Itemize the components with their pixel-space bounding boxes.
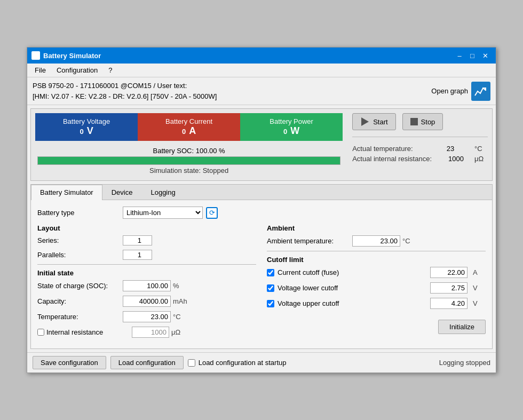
- app-icon: [31, 51, 40, 60]
- capacity-label: Capacity:: [37, 297, 123, 305]
- device-info: PSB 9750-20 - 1711060001 @COM15 / User t…: [33, 81, 217, 101]
- open-graph-label: Open graph: [431, 87, 468, 95]
- series-input[interactable]: [123, 235, 152, 245]
- voltage-upper-checkbox[interactable]: [267, 300, 274, 307]
- parallels-input[interactable]: [123, 250, 152, 260]
- open-graph-button[interactable]: Open graph: [431, 82, 490, 101]
- left-column: Layout Series: Parallels: Initial state …: [37, 224, 256, 342]
- title-bar: Battery Simulator – □ ✕: [27, 47, 496, 64]
- voltage-lower-cutoff-row: Voltage lower cutoff V: [267, 282, 486, 294]
- tab-logging[interactable]: Logging: [141, 185, 184, 200]
- voltage-upper-input[interactable]: [430, 298, 467, 309]
- internal-resistance-input[interactable]: [132, 327, 169, 338]
- stop-button[interactable]: Stop: [402, 113, 443, 130]
- internal-resistance-unit: μΩ: [171, 328, 184, 336]
- voltage-lower-checkbox[interactable]: [267, 284, 274, 292]
- current-cutoff-unit: A: [473, 268, 486, 276]
- metrics-area: Battery Voltage 0 V Battery Current 0 A: [35, 113, 343, 176]
- soc-row-form: State of charge (SOC): %: [37, 280, 256, 291]
- main-two-col: Layout Series: Parallels: Initial state …: [37, 224, 486, 342]
- stop-label: Stop: [421, 118, 435, 126]
- current-cutoff-checkbox[interactable]: [267, 269, 274, 276]
- window-title: Battery Simulator: [43, 52, 453, 60]
- series-row: Series:: [37, 235, 256, 245]
- info-bar: PSB 9750-20 - 1711060001 @COM15 / User t…: [27, 77, 496, 105]
- temperature-input[interactable]: [123, 311, 171, 322]
- load-at-startup-label: Load configuration at startup: [188, 359, 287, 367]
- soc-form-label: State of charge (SOC):: [37, 282, 123, 290]
- cutoff-section-title: Cutoff limit: [267, 256, 486, 264]
- resistance-stat-label: Actual internal resistance:: [352, 155, 432, 163]
- play-icon: [360, 117, 370, 126]
- initial-state-section-title: Initial state: [37, 269, 256, 277]
- capacity-input[interactable]: [123, 296, 171, 307]
- tabs-header: Battery Simulator Device Logging: [31, 185, 492, 200]
- content-area: Battery Voltage 0 V Battery Current 0 A: [30, 108, 493, 181]
- current-label: Battery Current: [165, 117, 212, 125]
- menu-file[interactable]: File: [29, 65, 51, 76]
- menu-configuration[interactable]: Configuration: [51, 65, 103, 76]
- load-config-button[interactable]: Load configuration: [110, 356, 184, 369]
- voltage-upper-unit: V: [473, 299, 486, 307]
- initialize-button[interactable]: Initialize: [438, 320, 486, 334]
- tab-battery-simulator[interactable]: Battery Simulator: [31, 185, 102, 200]
- menu-bar: File Configuration ?: [27, 64, 496, 77]
- ambient-temperature-row: Ambient temperature: °C: [267, 235, 486, 247]
- voltage-upper-label: Voltage upper cutoff: [278, 299, 427, 307]
- close-button[interactable]: ✕: [479, 49, 492, 62]
- tab-device[interactable]: Device: [102, 185, 142, 200]
- temperature-form-label: Temperature:: [37, 313, 123, 321]
- metrics-row: Battery Voltage 0 V Battery Current 0 A: [35, 113, 343, 141]
- temperature-stat-unit: °C: [474, 145, 488, 153]
- voltage-unit: V: [87, 125, 93, 137]
- resistance-stat-row: Actual internal resistance: 1000 μΩ: [352, 154, 488, 164]
- minimize-button[interactable]: –: [453, 49, 466, 62]
- soc-unit: %: [173, 282, 186, 290]
- top-section: Battery Voltage 0 V Battery Current 0 A: [35, 113, 488, 176]
- internal-resistance-checkbox[interactable]: [37, 329, 44, 336]
- bottom-bar: Save configuration Load configuration Lo…: [27, 352, 496, 373]
- temperature-stat-row: Actual temperature: 23 °C: [352, 144, 488, 154]
- voltage-lower-input[interactable]: [430, 282, 467, 294]
- internal-resistance-row: Internal resistance μΩ: [37, 327, 256, 338]
- maximize-button[interactable]: □: [466, 49, 479, 62]
- menu-help[interactable]: ?: [103, 65, 117, 76]
- start-button[interactable]: Start: [352, 113, 395, 130]
- current-unit: A: [189, 125, 196, 137]
- parallels-row: Parallels:: [37, 250, 256, 260]
- soc-text: Battery SOC: 100.00 %: [35, 145, 343, 156]
- series-label: Series:: [37, 236, 123, 244]
- battery-type-label: Battery type: [37, 209, 123, 217]
- internal-resistance-label: Internal resistance: [46, 328, 132, 336]
- current-cutoff-label: Current cutoff (fuse): [278, 268, 427, 276]
- power-label: Battery Power: [270, 117, 313, 125]
- main-window: Battery Simulator – □ ✕ File Configurati…: [27, 47, 496, 373]
- device-info-line1: PSB 9750-20 - 1711060001 @COM15 / User t…: [33, 81, 217, 91]
- resistance-stat-unit: μΩ: [474, 155, 488, 163]
- ambient-temperature-unit: °C: [402, 237, 415, 245]
- ambient-temperature-label: Ambient temperature:: [267, 237, 352, 245]
- resistance-stat-value: 1000: [442, 155, 464, 163]
- voltage-metric: Battery Voltage 0 V: [35, 113, 138, 141]
- tabs-area: Battery Simulator Device Logging Battery…: [30, 184, 493, 349]
- current-cutoff-input[interactable]: [430, 267, 467, 278]
- capacity-unit: mAh: [173, 297, 187, 305]
- temperature-stat-label: Actual temperature:: [352, 145, 413, 153]
- power-unit: W: [290, 125, 299, 137]
- logging-status: Logging stopped: [439, 359, 490, 367]
- temperature-row: Temperature: °C: [37, 311, 256, 322]
- ambient-temperature-input[interactable]: [352, 235, 400, 247]
- simulation-state: Simulation state: Stopped: [35, 165, 343, 176]
- ambient-section-title: Ambient: [267, 224, 486, 232]
- current-value: 0: [182, 128, 186, 136]
- soc-input[interactable]: [123, 280, 171, 291]
- battery-type-select[interactable]: Lithium-Ion Lead-Acid NiMH Custom: [123, 207, 203, 219]
- stop-icon: [410, 118, 418, 125]
- voltage-lower-unit: V: [473, 284, 486, 292]
- control-buttons: Start Stop: [352, 113, 488, 130]
- load-at-startup-text: Load configuration at startup: [199, 359, 287, 367]
- capacity-row: Capacity: mAh: [37, 296, 256, 307]
- reload-icon[interactable]: ⟳: [206, 207, 218, 219]
- save-config-button[interactable]: Save configuration: [33, 356, 106, 369]
- load-at-startup-checkbox[interactable]: [188, 359, 195, 367]
